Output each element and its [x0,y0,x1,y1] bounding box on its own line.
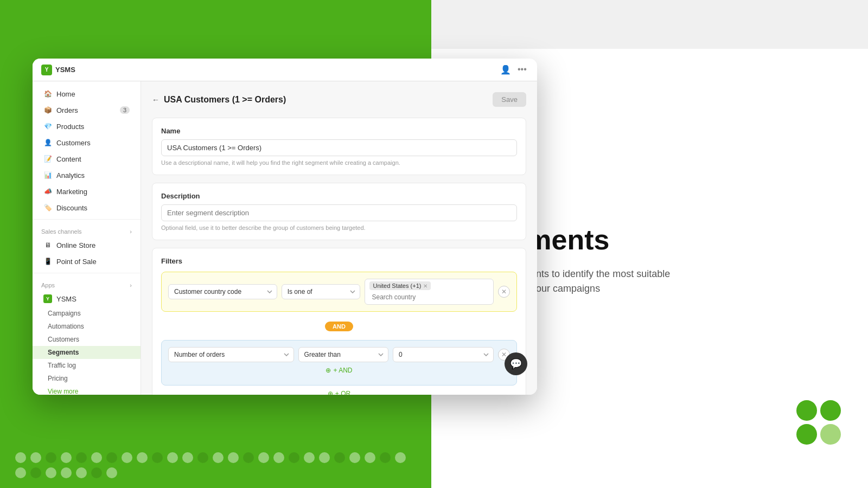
dot [30,467,41,478]
filter2-value-input[interactable] [393,347,494,362]
or-icon: ⊕ [328,390,333,395]
sales-channels-section: Sales channels › [33,223,141,237]
dot [137,452,148,463]
sidebar-item-home[interactable]: 🏠 Home [35,86,138,102]
page-header: ← USA Customers (1 >= Orders) Save [152,92,526,107]
automations-label: Automations [48,323,84,330]
name-card: Name Use a descriptional name, it will h… [152,118,526,175]
apps-section: Apps › [33,277,141,291]
dot [273,452,284,463]
dot [46,452,56,463]
page-header-left: ← USA Customers (1 >= Orders) [152,95,286,105]
sidebar-sub-automations[interactable]: Automations [33,320,141,333]
traffic-log-label: Traffic log [48,362,76,369]
sidebar-sub-customers[interactable]: Customers [33,333,141,346]
orders-badge: 3 [120,106,130,114]
customers-sub-label: Customers [48,336,79,343]
filter1-tag-remove[interactable]: ✕ [423,283,427,289]
titlebar: Y YSMS 👤 ••• [33,59,537,81]
filter-row-1: Customer country code Is one of United S… [168,279,510,305]
apps-expand[interactable]: › [130,282,132,288]
add-and-button[interactable]: ⊕ + AND [326,367,352,374]
add-and-icon: ⊕ [326,367,331,374]
or-connector: ⊕ + OR [161,386,517,395]
or-label: + OR [335,390,350,395]
segments-label: Segments [48,349,79,356]
save-button[interactable]: Save [493,92,526,107]
description-input[interactable] [161,204,517,221]
filter-group-1: Customer country code Is one of United S… [161,272,517,312]
sidebar-item-ysms[interactable]: Y YSMS [35,291,138,307]
filter1-operator-select[interactable]: Is one of [282,284,361,299]
sidebar-sub-campaigns[interactable]: Campaigns [33,307,141,320]
filter-row-2: Number of orders Greater than ✕ [168,347,510,362]
sidebar-products-label: Products [56,123,84,131]
right-dots [796,400,841,445]
sidebar-item-products[interactable]: 💎 Products [35,118,138,134]
or-button[interactable]: ⊕ + OR [328,390,350,395]
dot [91,452,102,463]
country-search-input[interactable] [369,292,489,302]
sidebar-item-discounts[interactable]: 🏷️ Discounts [35,200,138,216]
dot [243,452,254,463]
sidebar-sub-traffic-log[interactable]: Traffic log [33,359,141,372]
filter2-field-select[interactable]: Number of orders [168,347,294,362]
sidebar-home-label: Home [56,90,75,98]
decorative-dots [11,448,423,483]
filter1-field-select[interactable]: Customer country code [168,284,277,299]
dot [289,452,299,463]
name-input[interactable] [161,139,517,156]
dot [91,467,102,478]
page-title: USA Customers (1 >= Orders) [164,95,286,105]
sidebar-item-orders[interactable]: 📦 Orders 3 [35,102,138,118]
view-more-label: View more [48,388,78,395]
sidebar-item-pos[interactable]: 📱 Point of Sale [35,253,138,269]
user-icon[interactable]: 👤 [500,65,511,75]
sidebar-ysms-label: YSMS [56,295,76,303]
sidebar-item-online-store[interactable]: 🖥 Online Store [35,237,138,253]
online-store-icon: 🖥 [43,241,52,249]
filter2-operator-select[interactable]: Greater than [298,347,388,362]
filter1-remove-button[interactable]: ✕ [498,286,510,298]
sidebar-customers-label: Customers [56,139,91,147]
dot [61,452,72,463]
marketing-icon: 📣 [43,187,52,196]
sidebar-sub-segments[interactable]: Segments [33,346,141,359]
dot [106,467,117,478]
sidebar-content-label: Content [56,155,81,163]
pos-icon: 📱 [43,257,52,266]
sidebar-online-store-label: Online Store [56,241,95,249]
filter1-tag-label: United States (+1) [373,282,421,289]
sidebar-item-marketing[interactable]: 📣 Marketing [35,183,138,200]
filter1-tag: United States (+1) ✕ [369,281,431,290]
sidebar-item-customers[interactable]: 👤 Customers [35,134,138,151]
more-icon[interactable]: ••• [518,65,528,75]
chat-button[interactable]: 💬 [505,352,527,375]
name-hint: Use a descriptional name, it will help y… [161,159,517,166]
titlebar-actions: 👤 ••• [500,65,528,75]
titlebar-logo: Y YSMS [41,65,500,75]
dot [380,452,391,463]
chat-icon: 💬 [510,358,522,370]
pricing-label: Pricing [48,375,68,382]
add-and-row: ⊕ + AND [168,362,510,378]
rdot2 [820,400,841,421]
sidebar-item-content[interactable]: 📝 Content [35,151,138,167]
sidebar-view-more[interactable]: View more [33,385,141,395]
sidebar-item-analytics[interactable]: 📊 Analytics [35,167,138,183]
customers-icon: 👤 [43,138,52,147]
and-button[interactable]: AND [325,322,353,331]
dot [106,452,117,463]
sidebar-sub-pricing[interactable]: Pricing [33,372,141,385]
sidebar-divider-2 [33,273,141,273]
sidebar-discounts-label: Discounts [56,204,87,212]
content-icon: 📝 [43,155,52,163]
dot [334,452,345,463]
analytics-icon: 📊 [43,171,52,179]
back-button[interactable]: ← [152,95,159,104]
rdot3 [796,424,817,445]
products-icon: 💎 [43,122,52,131]
dot [258,452,269,463]
sales-channels-expand[interactable]: › [130,228,132,235]
and-connector: AND [161,317,517,336]
